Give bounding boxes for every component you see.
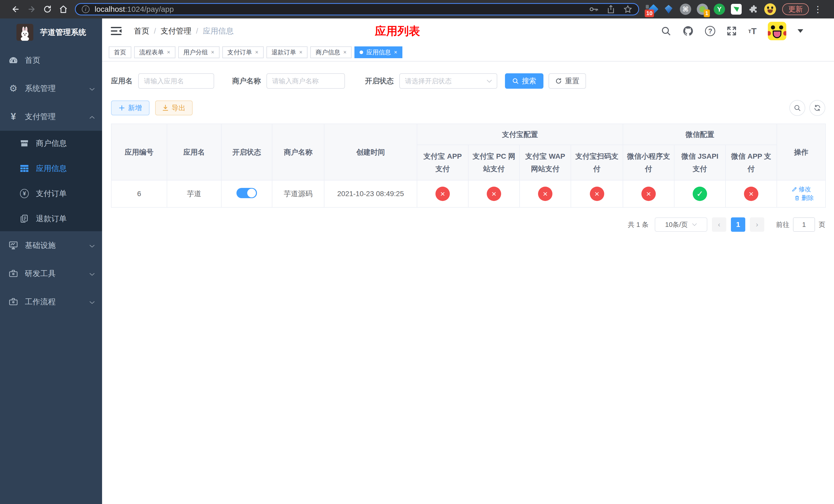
help-icon[interactable]: ?: [705, 26, 715, 36]
col-wx-mini: 微信小程序支付: [623, 145, 674, 180]
share-icon[interactable]: [607, 5, 615, 14]
close-icon[interactable]: ×: [211, 49, 214, 55]
sidebar-item-dev-tools[interactable]: 研发工具: [0, 259, 102, 288]
tab-merchant-info[interactable]: 商户信息×: [310, 46, 352, 58]
col-status: 开启状态: [221, 124, 272, 180]
chevron-up-icon: [89, 112, 95, 121]
sidebar-item-payment[interactable]: ¥ 支付管理: [0, 102, 102, 131]
tab-user-group[interactable]: 用户分组×: [178, 46, 220, 58]
extensions-puzzle-icon[interactable]: [747, 3, 759, 15]
tab-app-info[interactable]: 应用信息×: [354, 46, 402, 58]
prev-page-button[interactable]: ‹: [712, 217, 726, 232]
page-size-select[interactable]: 10条/页: [655, 217, 707, 232]
merchant-name-input[interactable]: [266, 73, 345, 89]
browser-menu-icon[interactable]: ⋮: [813, 4, 822, 14]
close-icon[interactable]: ×: [394, 49, 397, 55]
extension-blue-diamond-icon[interactable]: 10: [646, 3, 658, 15]
export-button[interactable]: 导出: [155, 100, 193, 115]
bookmark-star-icon[interactable]: [623, 5, 632, 14]
password-key-icon[interactable]: [589, 6, 598, 13]
close-icon[interactable]: ×: [167, 49, 170, 55]
extension-kite-icon[interactable]: [663, 3, 675, 15]
extension-badge: 10: [645, 9, 654, 17]
page-number-button[interactable]: 1: [731, 217, 745, 232]
sidebar-item-system[interactable]: ⚙ 系统管理: [0, 74, 102, 102]
sidebar-item-infrastructure[interactable]: 基础设施: [0, 231, 102, 259]
sidebar-collapse-icon[interactable]: [111, 26, 122, 36]
extension-chat-icon[interactable]: [730, 3, 742, 15]
extension-green-dot-icon[interactable]: 1: [697, 3, 708, 15]
col-alipay-app: 支付宝 APP 支付: [417, 145, 468, 180]
breadcrumb-current: 应用信息: [203, 26, 234, 37]
table-refresh-icon[interactable]: [809, 100, 825, 116]
sidebar-item-refund-order[interactable]: 退款订单: [0, 206, 102, 231]
status-toggle[interactable]: [237, 188, 257, 198]
trash-icon: [794, 195, 800, 201]
font-size-icon[interactable]: тT: [748, 26, 756, 36]
close-icon[interactable]: ×: [255, 49, 259, 55]
chevron-down-icon: [89, 241, 95, 250]
cell-created: 2021-10-23 08:49:25: [324, 180, 417, 207]
sidebar-item-app-info[interactable]: 应用信息: [0, 156, 102, 181]
app-name-label: 应用名: [111, 76, 133, 86]
app-logo[interactable]: 芋道管理系统: [0, 19, 102, 46]
sidebar-item-label: 系统管理: [25, 83, 89, 94]
tab-process-form[interactable]: 流程表单×: [134, 46, 175, 58]
screen: i localhost:1024/pay/app 10 ⌘: [0, 0, 834, 504]
reset-button[interactable]: 重置: [549, 73, 586, 89]
goto-page-input[interactable]: [793, 217, 815, 232]
breadcrumb-payment[interactable]: 支付管理: [160, 26, 191, 37]
reload-icon[interactable]: [40, 5, 56, 14]
tab-home[interactable]: 首页: [109, 46, 131, 58]
search-button[interactable]: 搜索: [505, 73, 544, 89]
breadcrumb-home[interactable]: 首页: [134, 26, 149, 37]
extension-command-icon[interactable]: ⌘: [680, 3, 692, 15]
edit-link[interactable]: 修改: [791, 185, 811, 193]
fullscreen-icon[interactable]: [727, 26, 737, 36]
search-icon[interactable]: [661, 26, 671, 36]
github-icon[interactable]: [682, 25, 694, 37]
table-search-icon[interactable]: [789, 100, 805, 116]
delete-link[interactable]: 删除: [794, 194, 814, 202]
home-icon[interactable]: [56, 5, 71, 14]
sidebar-item-workflow[interactable]: 工作流程: [0, 288, 102, 316]
sidebar-item-pay-order[interactable]: ¥ 支付订单: [0, 181, 102, 206]
toolbar: 新增 导出: [111, 100, 825, 116]
tab-pay-order[interactable]: 支付订单×: [222, 46, 264, 58]
avatar[interactable]: [768, 22, 786, 40]
col-wx-app: 微信 APP 支付: [725, 145, 777, 180]
app-name-input[interactable]: [138, 73, 214, 89]
goto-label: 前往: [776, 220, 789, 229]
forward-icon[interactable]: [24, 5, 40, 14]
close-icon[interactable]: ×: [299, 49, 303, 55]
briefcase-icon: [9, 270, 18, 277]
url-text[interactable]: localhost:1024/pay/app: [95, 5, 589, 14]
sidebar-item-label: 首页: [25, 55, 95, 66]
sidebar-item-merchant-info[interactable]: 商户信息: [0, 131, 102, 156]
cell-app-id: 6: [111, 180, 167, 207]
extension-emoji-avatar-icon[interactable]: [764, 3, 776, 15]
extension-y-icon[interactable]: Y: [714, 3, 725, 15]
dashboard-icon: [9, 56, 18, 64]
browser-update-button[interactable]: 更新: [782, 3, 809, 15]
back-icon[interactable]: [8, 5, 24, 14]
page-unit-label: 页: [819, 220, 825, 229]
main-area: 首页 / 支付管理 / 应用信息 应用列表 ? тT: [102, 19, 834, 504]
app-table: 应用编号 应用名 开启状态 商户名称 创建时间 支付宝配置 微信配置 操作 支付…: [111, 123, 826, 208]
status-success-icon: ✓: [693, 187, 707, 201]
url-bar[interactable]: i localhost:1024/pay/app: [75, 3, 639, 15]
status-fail-icon: ×: [590, 187, 604, 201]
add-button[interactable]: 新增: [111, 100, 150, 115]
tab-refund-order[interactable]: 退款订单×: [266, 46, 308, 58]
avatar-caret-icon[interactable]: [797, 29, 803, 33]
site-info-icon[interactable]: i: [82, 5, 89, 13]
yen-circle-icon: ¥: [20, 189, 29, 198]
next-page-button[interactable]: ›: [750, 217, 764, 232]
filter-form: 应用名 商户名称 开启状态 请选择开启状态 搜索 重置: [111, 73, 825, 89]
rabbit-logo-icon: [16, 24, 33, 41]
close-icon[interactable]: ×: [343, 49, 347, 55]
breadcrumb: 首页 / 支付管理 / 应用信息: [134, 26, 234, 37]
sidebar-item-home[interactable]: 首页: [0, 46, 102, 74]
status-select[interactable]: 请选择开启状态: [399, 73, 497, 89]
chevron-down-icon: [692, 223, 697, 226]
